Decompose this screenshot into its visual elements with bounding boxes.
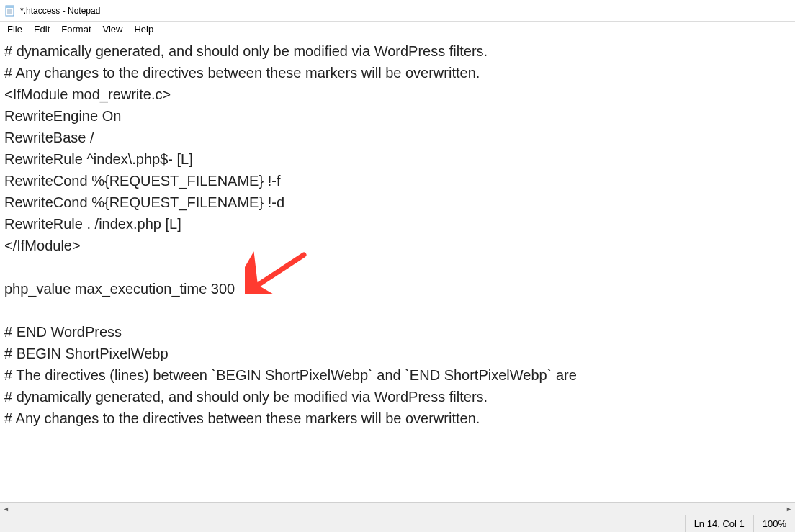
- editor-textarea[interactable]: [0, 37, 795, 502]
- notepad-icon: [4, 5, 16, 17]
- menu-format[interactable]: Format: [55, 22, 96, 36]
- menu-help[interactable]: Help: [128, 22, 159, 36]
- editor-area: [0, 37, 795, 502]
- window-title: *.htaccess - Notepad: [20, 6, 100, 16]
- menu-file[interactable]: File: [1, 22, 28, 36]
- svg-rect-1: [6, 6, 14, 8]
- menu-view[interactable]: View: [97, 22, 129, 36]
- status-spacer: [0, 515, 685, 532]
- horizontal-scrollbar[interactable]: ◄ ►: [0, 502, 795, 515]
- statusbar: Ln 14, Col 1 100%: [0, 515, 795, 532]
- scroll-right-arrow-icon[interactable]: ►: [783, 503, 795, 515]
- menu-edit[interactable]: Edit: [28, 22, 55, 36]
- scroll-track[interactable]: [12, 503, 783, 515]
- status-caret-position: Ln 14, Col 1: [685, 515, 753, 532]
- titlebar: *.htaccess - Notepad: [0, 0, 795, 22]
- status-zoom: 100%: [753, 515, 795, 532]
- scroll-left-arrow-icon[interactable]: ◄: [0, 503, 12, 515]
- menubar: File Edit Format View Help: [0, 22, 795, 37]
